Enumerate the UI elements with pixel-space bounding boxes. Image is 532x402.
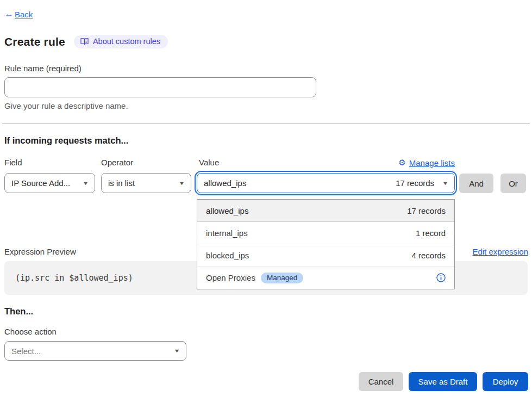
list-records: 4 records [411, 251, 446, 260]
then-section-heading: Then... [4, 306, 33, 317]
info-icon[interactable] [436, 273, 446, 282]
deploy-button[interactable]: Deploy [483, 372, 528, 391]
operator-column-label: Operator [101, 158, 133, 167]
section-divider [2, 123, 530, 124]
back-arrow-icon: ← [4, 9, 14, 20]
rule-name-input[interactable] [4, 77, 316, 97]
rule-name-help-text: Give your rule a descriptive name. [4, 101, 128, 110]
field-select-value: IP Source Add... [11, 178, 70, 188]
value-select-name: allowed_ips [204, 178, 246, 188]
chevron-down-icon: ▼ [174, 348, 180, 354]
value-select[interactable]: allowed_ips 17 records ▼ [197, 173, 455, 193]
manage-lists-link[interactable]: ⚙ Manage lists [398, 158, 455, 168]
dropdown-item-allowed-ips[interactable]: allowed_ips 17 records [197, 200, 454, 222]
title-row: Create rule About custom rules [4, 35, 168, 48]
list-records: 17 records [407, 206, 446, 215]
list-name: Open Proxies [206, 273, 255, 282]
list-records: 1 record [416, 228, 446, 238]
back-link-label: Back [15, 10, 33, 19]
chevron-down-icon: ▼ [179, 181, 185, 186]
chevron-down-icon: ▼ [442, 181, 449, 186]
dropdown-item-blocked-ips[interactable]: blocked_ips 4 records [197, 244, 454, 267]
book-icon [80, 38, 89, 45]
choose-action-label: Choose action [4, 327, 57, 336]
value-dropdown-menu: allowed_ips 17 records internal_ips 1 re… [197, 199, 455, 289]
save-as-draft-button[interactable]: Save as Draft [409, 372, 477, 391]
dropdown-item-open-proxies[interactable]: Open Proxies Managed [197, 267, 454, 289]
expression-preview-label: Expression Preview [4, 247, 76, 256]
value-column-label: Value [199, 158, 219, 167]
value-select-records: 17 records [396, 178, 434, 188]
field-select[interactable]: IP Source Add... ▼ [4, 173, 95, 193]
list-name: allowed_ips [206, 206, 248, 215]
list-name: blocked_ips [206, 251, 249, 260]
chevron-down-icon: ▼ [83, 181, 89, 186]
rule-name-label: Rule name (required) [4, 64, 82, 73]
back-link[interactable]: ← Back [4, 9, 33, 20]
action-select[interactable]: Select... ▼ [4, 341, 186, 361]
list-name: internal_ips [206, 228, 248, 238]
edit-expression-link[interactable]: Edit expression [472, 247, 528, 256]
about-custom-rules-link[interactable]: About custom rules [74, 35, 168, 48]
and-button[interactable]: And [459, 174, 493, 193]
operator-select-value: is in list [108, 178, 135, 188]
about-custom-rules-label: About custom rules [93, 37, 160, 46]
managed-badge: Managed [261, 273, 303, 283]
dropdown-item-internal-ips[interactable]: internal_ips 1 record [197, 222, 454, 244]
cancel-button[interactable]: Cancel [359, 372, 403, 391]
field-column-label: Field [4, 158, 22, 167]
expression-code: (ip.src in $allowed_ips) [15, 273, 133, 283]
operator-select[interactable]: is in list ▼ [101, 173, 191, 193]
manage-lists-label: Manage lists [409, 158, 455, 168]
or-button[interactable]: Or [500, 174, 526, 193]
gear-icon: ⚙ [398, 158, 405, 168]
page-title: Create rule [4, 35, 65, 48]
action-select-placeholder: Select... [11, 347, 41, 356]
match-section-heading: If incoming requests match... [4, 135, 128, 146]
